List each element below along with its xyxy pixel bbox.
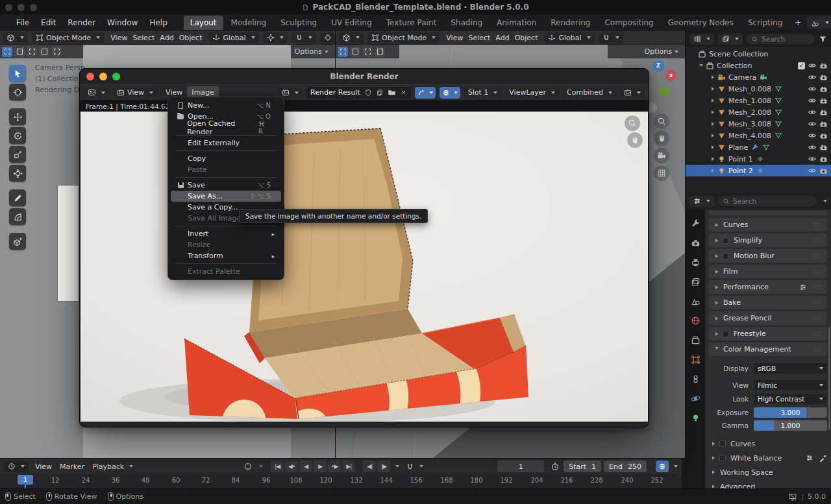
exposure-slider[interactable]: 3.000 bbox=[754, 407, 827, 418]
cm-subpanel[interactable]: White Balance bbox=[710, 452, 827, 464]
transport-button[interactable]: ▶| bbox=[342, 461, 355, 472]
step-options-chevron-icon[interactable] bbox=[395, 465, 399, 468]
cm-subpanel[interactable]: Advanced bbox=[710, 481, 827, 488]
scale-tool[interactable] bbox=[9, 146, 26, 163]
menu-item[interactable] bbox=[175, 150, 277, 151]
outliner-search-input[interactable] bbox=[762, 35, 810, 43]
network-offline-icon[interactable] bbox=[788, 492, 797, 501]
select-mode-box[interactable] bbox=[14, 47, 25, 57]
properties-search-input[interactable] bbox=[733, 197, 812, 205]
render-zoom-button[interactable] bbox=[112, 73, 120, 80]
properties-panel-header[interactable]: Film :::: bbox=[708, 265, 827, 278]
properties-panel-header[interactable]: Bake :::: bbox=[708, 296, 827, 309]
properties-tab[interactable] bbox=[687, 333, 704, 347]
viewport-menu-item[interactable]: Select bbox=[465, 34, 493, 42]
outliner-row[interactable]: Mesh_2.008 ✓ bbox=[686, 106, 831, 118]
select-mode-tweak[interactable] bbox=[2, 47, 12, 57]
view-transform-toggle[interactable] bbox=[620, 87, 645, 98]
timeline-menu-item[interactable]: Marker bbox=[56, 462, 88, 471]
workspace-tab[interactable]: Compositing bbox=[598, 16, 660, 30]
viewport-menu-item[interactable]: View bbox=[108, 34, 130, 42]
gizmo-x-axis[interactable]: x bbox=[665, 70, 676, 81]
eye-icon[interactable] bbox=[808, 166, 817, 175]
workspace-tab[interactable]: Scripting bbox=[741, 16, 789, 30]
viewport-menu-item[interactable]: Select bbox=[130, 34, 157, 42]
properties-tab[interactable] bbox=[687, 255, 704, 269]
eye-icon[interactable] bbox=[808, 154, 817, 163]
expand-toggle-icon[interactable] bbox=[697, 64, 705, 67]
macos-close-button[interactable] bbox=[5, 4, 12, 11]
viewport-menu-item[interactable]: Object bbox=[512, 34, 541, 42]
properties-tab[interactable] bbox=[687, 391, 704, 405]
image-browse-selector[interactable] bbox=[278, 87, 303, 98]
frame-step-button[interactable]: ◀| bbox=[363, 461, 376, 472]
viewport-menu-item[interactable]: Add bbox=[493, 34, 512, 42]
scene-selector[interactable]: Scene bbox=[807, 16, 831, 29]
expand-toggle-icon[interactable] bbox=[709, 122, 717, 126]
expand-toggle-icon[interactable] bbox=[709, 87, 717, 91]
transform-tool[interactable] bbox=[9, 165, 26, 182]
outliner-row[interactable]: Collection ✓ bbox=[686, 60, 831, 71]
zoom-gizmo-icon[interactable] bbox=[654, 114, 669, 129]
menu-item[interactable]: New... ⌥ N bbox=[171, 100, 281, 111]
outliner-row[interactable]: Point 2 ✓ bbox=[686, 165, 831, 176]
open-image-folder-icon[interactable] bbox=[388, 88, 396, 97]
sliders-icon[interactable] bbox=[799, 283, 807, 291]
eye-icon[interactable] bbox=[808, 119, 817, 128]
eye-icon[interactable] bbox=[808, 84, 817, 93]
fake-user-shield-icon[interactable] bbox=[364, 89, 372, 97]
select-box-tool[interactable] bbox=[9, 65, 26, 82]
gizmo-y-axis[interactable] bbox=[659, 86, 669, 97]
properties-panel-header[interactable]: Performance :::: bbox=[708, 280, 827, 294]
menu-item[interactable] bbox=[175, 263, 277, 264]
ortho-view-gizmo-icon[interactable] bbox=[654, 165, 669, 181]
outliner-row[interactable]: Mesh_3.008 ✓ bbox=[686, 118, 831, 130]
eyedropper-icon[interactable] bbox=[819, 454, 827, 462]
select-mode-paint[interactable] bbox=[51, 47, 62, 57]
frame-step-button[interactable]: |▶ bbox=[377, 461, 390, 472]
render-visibility-camera-icon[interactable] bbox=[819, 120, 828, 128]
render-visibility-camera-icon[interactable] bbox=[819, 143, 828, 152]
orientation-selector[interactable]: Global bbox=[208, 32, 258, 43]
menu-item[interactable]: Edit Externally bbox=[171, 138, 281, 149]
menu-item[interactable] bbox=[175, 177, 277, 178]
timeline-ruler[interactable]: 1122436486072849610812013214415616818019… bbox=[0, 474, 682, 489]
workspace-tab[interactable]: Shading bbox=[444, 16, 489, 30]
renderpass-selector[interactable]: Combined bbox=[563, 87, 616, 98]
mode-selector[interactable]: Object Mode bbox=[32, 32, 104, 43]
panel-checkbox[interactable] bbox=[723, 237, 729, 244]
expand-toggle-icon[interactable] bbox=[709, 145, 717, 149]
panel-drag-handle[interactable]: :::: bbox=[812, 346, 822, 352]
orientation-selector[interactable]: Global bbox=[544, 32, 594, 43]
outliner-search[interactable] bbox=[747, 34, 815, 44]
macos-zoom-button[interactable] bbox=[30, 4, 37, 11]
annotate-tool[interactable] bbox=[9, 189, 26, 206]
properties-tab[interactable] bbox=[687, 294, 704, 308]
render-minimize-button[interactable] bbox=[99, 73, 107, 80]
cursor-tool[interactable] bbox=[9, 84, 26, 101]
outliner-row[interactable]: Camera ✓ bbox=[686, 71, 831, 83]
properties-options-icon[interactable] bbox=[823, 200, 827, 202]
panel-drag-handle[interactable]: :::: bbox=[812, 331, 822, 337]
panel-drag-handle[interactable]: :::: bbox=[812, 284, 822, 290]
transport-button[interactable]: ◀ bbox=[299, 461, 312, 472]
properties-panel-header[interactable]: Grease Pencil :::: bbox=[708, 311, 827, 325]
timeline-menu-item[interactable]: View bbox=[31, 462, 56, 471]
menu-item[interactable]: Invert ▸ bbox=[171, 228, 281, 239]
render-visibility-camera-icon[interactable] bbox=[819, 132, 828, 140]
filter-icon[interactable] bbox=[819, 35, 827, 43]
select-mode-box[interactable] bbox=[350, 47, 360, 57]
workspace-tab[interactable]: Geometry Nodes bbox=[662, 16, 740, 30]
select-mode-tweak[interactable] bbox=[338, 47, 348, 57]
display-mode-selector[interactable] bbox=[718, 34, 743, 45]
panel-drag-handle[interactable]: :::: bbox=[812, 237, 822, 243]
slot-selector[interactable]: Slot 1 bbox=[464, 87, 502, 98]
cm-subpanel[interactable]: Curves bbox=[710, 438, 827, 450]
select-mode-circle[interactable] bbox=[27, 47, 37, 57]
view-transform-dropdown[interactable]: Filmic bbox=[754, 380, 827, 390]
workspace-tab[interactable]: Texture Paint bbox=[380, 16, 443, 30]
panel-checkbox[interactable] bbox=[723, 331, 729, 337]
render-visibility-camera-icon[interactable] bbox=[819, 62, 828, 70]
properties-tab[interactable] bbox=[687, 235, 704, 250]
editor-type-selector[interactable] bbox=[689, 34, 714, 45]
